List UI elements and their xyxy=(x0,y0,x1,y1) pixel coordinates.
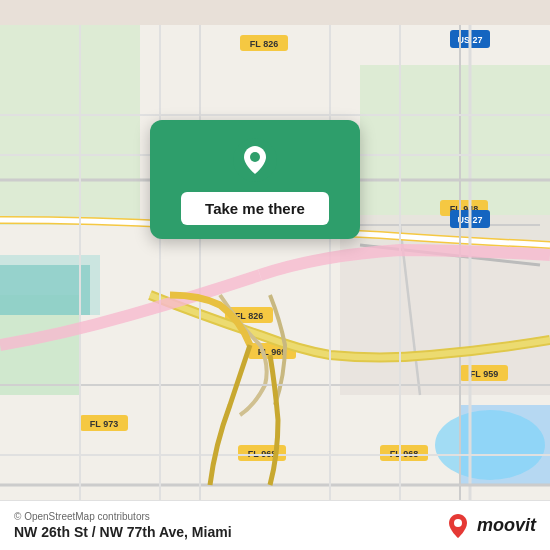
bottom-bar: © OpenStreetMap contributors NW 26th St … xyxy=(0,500,550,550)
map-svg: FL 826 FL 969 FL 973 FL 968 FL 968 FL 95… xyxy=(0,0,550,550)
svg-point-48 xyxy=(250,152,260,162)
map-container: FL 826 FL 969 FL 973 FL 968 FL 968 FL 95… xyxy=(0,0,550,550)
osm-attribution: © OpenStreetMap contributors xyxy=(14,511,232,522)
destination-card: Take me there xyxy=(150,120,360,239)
svg-text:FL 973: FL 973 xyxy=(90,419,118,429)
svg-rect-5 xyxy=(0,265,90,315)
location-pin-icon xyxy=(233,138,277,182)
moovit-logo: moovit xyxy=(444,512,536,540)
location-title: NW 26th St / NW 77th Ave, Miami xyxy=(14,524,232,540)
svg-text:FL 826: FL 826 xyxy=(250,39,278,49)
svg-point-7 xyxy=(435,410,545,480)
svg-rect-1 xyxy=(0,25,140,225)
location-info: © OpenStreetMap contributors NW 26th St … xyxy=(14,511,232,540)
moovit-pin-icon xyxy=(444,512,472,540)
moovit-brand-label: moovit xyxy=(477,515,536,536)
svg-point-49 xyxy=(454,519,462,527)
svg-text:FL 959: FL 959 xyxy=(470,369,498,379)
take-me-there-button[interactable]: Take me there xyxy=(181,192,329,225)
